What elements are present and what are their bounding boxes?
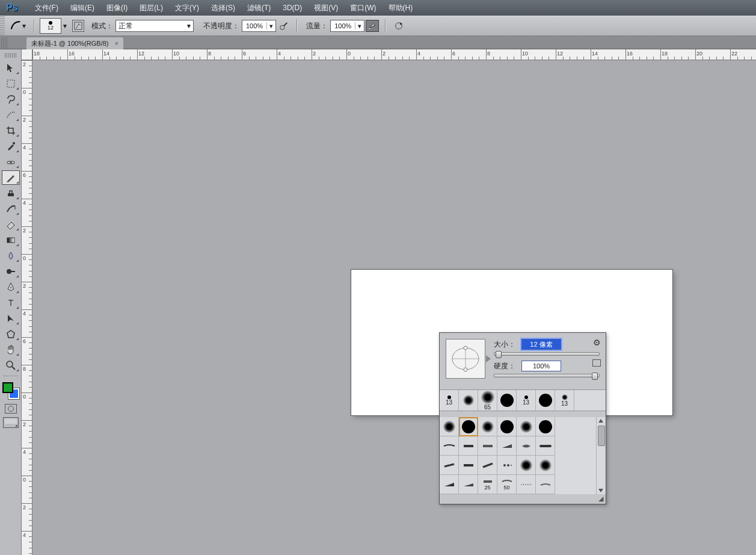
pencil-tool[interactable] — [2, 170, 20, 185]
brush-preset-chevron-icon[interactable]: ▾ — [61, 22, 69, 30]
chevron-down-icon[interactable]: ▾ — [267, 22, 275, 30]
brush-recent-item[interactable]: 13 — [440, 390, 459, 411]
eraser-tool[interactable] — [2, 217, 20, 232]
brush-recent-item[interactable] — [497, 390, 517, 411]
brush-grid-item[interactable] — [497, 456, 517, 475]
gear-icon[interactable]: ⚙ — [593, 338, 601, 347]
opacity-field[interactable]: 100% ▾ — [242, 20, 276, 32]
eyedropper-tool[interactable] — [2, 139, 20, 153]
brush-grid-item[interactable] — [517, 436, 536, 456]
blur-tool[interactable] — [2, 249, 20, 263]
canvas-viewport[interactable] — [32, 60, 756, 555]
menu-3d[interactable]: 3D(D) — [277, 4, 308, 12]
brush-grid-item[interactable] — [536, 436, 555, 456]
history-brush-tool[interactable] — [2, 202, 20, 216]
ruler-origin[interactable] — [22, 49, 32, 60]
play-icon[interactable] — [486, 355, 491, 362]
brush-grid-item[interactable] — [478, 417, 497, 436]
gradient-tool[interactable] — [2, 233, 20, 247]
brush-size-input[interactable]: 12 像素 — [521, 339, 561, 350]
menu-type[interactable]: 文字(Y) — [169, 3, 205, 13]
brush-recent-size: 65 — [484, 404, 491, 411]
brush-grid-item[interactable] — [497, 436, 517, 456]
brush-preset-swatch[interactable]: 12 — [40, 18, 61, 34]
clone-stamp-tool[interactable] — [2, 186, 20, 200]
brush-size-slider[interactable] — [494, 352, 600, 356]
brush-grid-item[interactable] — [440, 417, 459, 436]
brush-grid-item[interactable] — [459, 475, 478, 494]
marquee-tool[interactable] — [2, 76, 20, 91]
chevron-down-icon[interactable]: ▾ — [22, 22, 26, 30]
brush-hardness-input[interactable]: 100% — [521, 361, 561, 371]
flow-field[interactable]: 100% ▾ — [330, 20, 364, 32]
brush-grid-item[interactable] — [536, 417, 555, 436]
menu-view[interactable]: 视图(V) — [308, 3, 344, 13]
brush-grid-item[interactable]: 25 — [478, 475, 497, 494]
brush-recent-item[interactable]: 13 — [555, 390, 574, 411]
hand-tool[interactable] — [2, 343, 20, 357]
foreground-background-swatch[interactable] — [2, 382, 19, 399]
pen-tool[interactable] — [2, 280, 20, 294]
brush-grid-item[interactable] — [459, 417, 478, 436]
menu-layer[interactable]: 图层(L) — [134, 3, 169, 13]
crop-tool[interactable] — [2, 123, 20, 138]
opacity-pressure-icon[interactable] — [277, 20, 290, 32]
brush-recent-item[interactable] — [536, 390, 555, 411]
brush-grid-item[interactable] — [440, 436, 459, 456]
chevron-down-icon[interactable]: ▾ — [355, 22, 364, 30]
brush-hardness-slider[interactable] — [494, 374, 600, 377]
brush-grid-item[interactable] — [536, 475, 555, 494]
ruler-horizontal[interactable]: 181614121086420246810121416182022 — [32, 49, 756, 60]
brush-grid-item[interactable] — [517, 417, 536, 436]
shape-tool[interactable] — [2, 327, 20, 341]
brush-grid-item[interactable] — [517, 475, 536, 494]
brush-grid-item[interactable]: 50 — [497, 475, 517, 494]
menu-filter[interactable]: 滤镜(T) — [241, 3, 277, 13]
healing-brush-tool[interactable] — [2, 155, 20, 169]
resize-handle-icon[interactable]: ◢ — [440, 494, 606, 504]
zoom-tool[interactable] — [2, 358, 20, 373]
dodge-tool[interactable] — [2, 264, 20, 279]
size-pressure-icon[interactable] — [392, 20, 405, 32]
new-preset-icon[interactable] — [592, 359, 601, 367]
toolbox-gripper[interactable] — [5, 53, 17, 58]
brush-grid-item[interactable] — [517, 456, 536, 475]
blend-mode-select[interactable]: 正常 ▾ — [115, 20, 194, 32]
move-tool[interactable] — [2, 61, 20, 75]
brush-grid-scrollbar[interactable] — [596, 417, 606, 494]
ruler-vertical[interactable]: 202464202468024024 — [22, 60, 32, 555]
foreground-color-swatch[interactable] — [2, 382, 13, 393]
brush-grid-item[interactable] — [536, 456, 555, 475]
brush-recent-item[interactable]: 13 — [517, 390, 536, 411]
brush-grid-item[interactable] — [478, 456, 497, 475]
tabstrip-gripper[interactable] — [1, 37, 7, 48]
current-tool-icon[interactable]: ▾ — [10, 19, 26, 33]
lasso-tool[interactable] — [2, 92, 20, 107]
brush-grid-item[interactable] — [459, 436, 478, 456]
close-icon[interactable]: × — [115, 40, 118, 47]
screen-mode-toggle[interactable] — [3, 417, 19, 428]
brush-recent-item[interactable] — [459, 390, 478, 411]
quick-mask-toggle[interactable] — [5, 404, 17, 414]
brush-grid-item[interactable] — [440, 475, 459, 494]
quick-select-tool[interactable] — [2, 108, 20, 122]
menu-image[interactable]: 图像(I) — [100, 3, 134, 13]
airbrush-icon[interactable] — [366, 20, 379, 32]
brush-recent-item[interactable]: 65 — [478, 390, 497, 411]
options-gripper[interactable] — [0, 16, 5, 36]
type-tool[interactable]: T — [2, 296, 20, 310]
menu-file[interactable]: 文件(F) — [29, 3, 64, 13]
chevron-down-icon[interactable]: ▾ — [187, 22, 191, 30]
menu-window[interactable]: 窗口(W) — [344, 3, 382, 13]
menu-select[interactable]: 选择(S) — [205, 3, 241, 13]
menu-edit[interactable]: 编辑(E) — [64, 3, 100, 13]
brush-grid-item[interactable] — [497, 417, 517, 436]
document-tab[interactable]: 未标题-1 @ 100%(RGB/8) × — [26, 37, 123, 49]
path-select-tool[interactable] — [2, 311, 20, 326]
menu-help[interactable]: 帮助(H) — [383, 3, 419, 13]
brush-panel-toggle-icon[interactable] — [72, 20, 84, 32]
brush-grid-item[interactable] — [459, 456, 478, 475]
brush-tip-preview[interactable] — [446, 339, 485, 379]
brush-grid-item[interactable] — [440, 456, 459, 475]
brush-grid-item[interactable] — [478, 436, 497, 456]
